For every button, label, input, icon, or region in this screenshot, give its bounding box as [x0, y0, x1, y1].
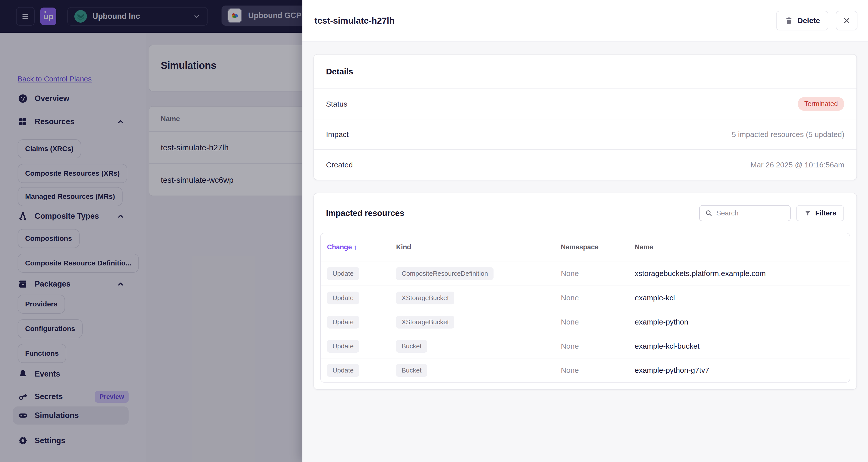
namespace-cell: None — [561, 342, 635, 350]
impacted-resources-heading: Impacted resources — [326, 208, 694, 218]
name-cell: example-kcl — [635, 294, 843, 302]
delete-button[interactable]: Delete — [776, 11, 828, 30]
created-label: Created — [326, 161, 750, 169]
kind-pill: XStorageBucket — [396, 316, 454, 328]
created-value: Mar 26 2025 @ 10:16:56am — [750, 161, 844, 169]
impact-label: Impact — [326, 130, 732, 139]
app-root: up Upbound Inc Upbound GCP U B — [0, 0, 868, 462]
impact-value: 5 impacted resources (5 updated) — [732, 130, 844, 139]
change-pill: Update — [327, 364, 359, 377]
namespace-cell: None — [561, 269, 635, 278]
status-label: Status — [326, 100, 798, 108]
delete-button-label: Delete — [798, 16, 820, 25]
impacted-resources-header: Impacted resources Filters — [314, 193, 857, 233]
impacted-resources-table: Change ↑ Kind Namespace Name Update Comp… — [320, 233, 850, 382]
impacted-resources-card: Impacted resources Filters — [313, 193, 857, 389]
status-badge: Terminated — [798, 97, 844, 111]
status-row: Status Terminated — [314, 88, 857, 119]
table-header-row: Change ↑ Kind Namespace Name — [321, 233, 850, 261]
close-button[interactable] — [836, 11, 858, 30]
namespace-cell: None — [561, 366, 635, 375]
filters-button[interactable]: Filters — [796, 205, 844, 221]
search-icon — [705, 209, 713, 217]
change-pill: Update — [327, 316, 359, 328]
namespace-cell: None — [561, 318, 635, 326]
kind-pill: Bucket — [396, 364, 427, 377]
drawer-body: Details Status Terminated Impact 5 impac… — [302, 54, 868, 389]
filter-icon — [804, 209, 812, 217]
table-row[interactable]: Update CompositeResourceDefinition None … — [321, 261, 850, 286]
name-cell: example-python-g7tv7 — [635, 366, 843, 375]
details-heading: Details — [326, 67, 353, 77]
change-pill: Update — [327, 267, 359, 280]
table-row[interactable]: Update Bucket None example-kcl-bucket — [321, 334, 850, 358]
created-row: Created Mar 26 2025 @ 10:16:56am — [314, 149, 857, 180]
simulation-detail-drawer: test-simulate-h27lh Delete Detai — [302, 0, 868, 462]
name-cell: example-python — [635, 318, 843, 326]
change-pill: Update — [327, 292, 359, 305]
search-box[interactable] — [699, 205, 790, 221]
kind-pill: Bucket — [396, 340, 427, 353]
table-row[interactable]: Update XStorageBucket None example-pytho… — [321, 310, 850, 334]
namespace-cell: None — [561, 294, 635, 302]
table-row[interactable]: Update XStorageBucket None example-kcl — [321, 286, 850, 310]
kind-pill: CompositeResourceDefinition — [396, 267, 494, 280]
trash-icon — [784, 16, 794, 25]
column-header-kind[interactable]: Kind — [396, 243, 561, 251]
table-row[interactable]: Update Bucket None example-python-g7tv7 — [321, 358, 850, 382]
search-input[interactable] — [716, 209, 785, 217]
drawer-header: test-simulate-h27lh Delete — [302, 0, 868, 41]
column-header-namespace[interactable]: Namespace — [561, 243, 635, 251]
impact-row: Impact 5 impacted resources (5 updated) — [314, 119, 857, 149]
close-icon — [842, 16, 852, 26]
name-cell: example-kcl-bucket — [635, 342, 843, 350]
details-card: Details Status Terminated Impact 5 impac… — [313, 54, 857, 180]
filters-button-label: Filters — [815, 209, 836, 217]
details-heading-row: Details — [314, 55, 857, 88]
column-header-name[interactable]: Name — [635, 243, 843, 251]
kind-pill: XStorageBucket — [396, 292, 454, 305]
sort-arrow-icon: ↑ — [354, 243, 358, 251]
column-header-change[interactable]: Change ↑ — [327, 243, 396, 251]
drawer-title: test-simulate-h27lh — [314, 16, 776, 26]
change-pill: Update — [327, 340, 359, 353]
name-cell: xstoragebuckets.platform.example.com — [635, 269, 843, 278]
